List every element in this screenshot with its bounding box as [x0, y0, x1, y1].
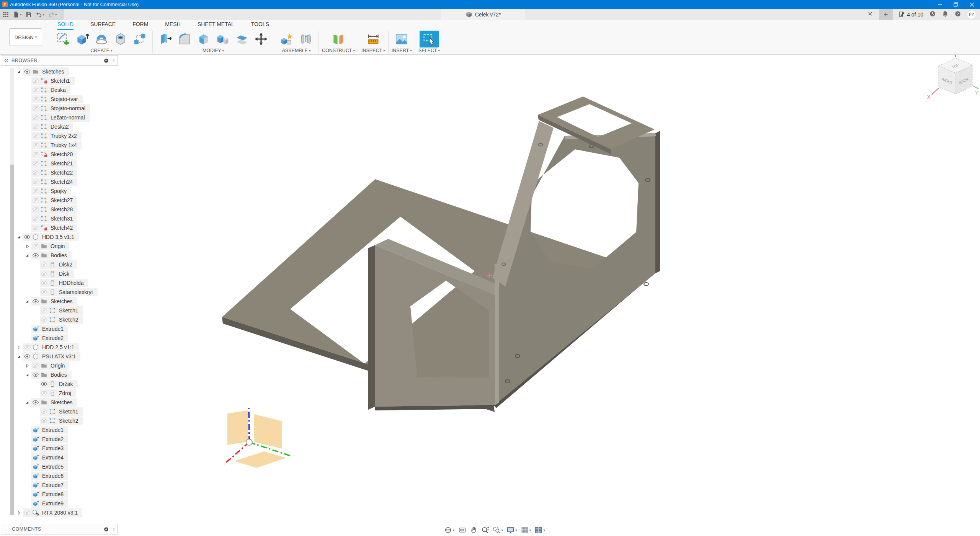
browser-row-sketch1[interactable]: Sketch1: [1, 306, 118, 315]
expand-closed-icon[interactable]: [15, 343, 23, 351]
origin-plane-xz[interactable]: [254, 414, 282, 449]
visibility-eye-icon[interactable]: [31, 178, 40, 186]
browser-row-label[interactable]: Zdroj: [57, 390, 71, 396]
browser-scrollbar-thumb[interactable]: [10, 165, 14, 515]
ribbon-group-label[interactable]: INSPECT▾: [361, 48, 385, 53]
viewport-canvas[interactable]: TOP RIGHT BACK Z X Y: [0, 0, 980, 536]
browser-row-extrude4[interactable]: Extrude4: [1, 453, 118, 462]
visibility-eye-icon[interactable]: [40, 417, 48, 425]
browser-row-deska2[interactable]: Deska2: [1, 122, 118, 131]
tool-pattern-button[interactable]: [130, 31, 149, 47]
browser-row-sketches[interactable]: Sketches: [1, 398, 118, 407]
new-document-button[interactable]: [879, 9, 893, 20]
document-tab[interactable]: Celek v72*: [441, 9, 525, 20]
origin-triad[interactable]: [224, 407, 290, 468]
close-document-button[interactable]: [867, 11, 873, 18]
browser-row-sketches[interactable]: Sketches: [1, 67, 118, 76]
browser-row-extrude1[interactable]: Extrude1: [1, 425, 118, 435]
browser-row-label[interactable]: Sketch2: [57, 418, 78, 424]
browser-row-extrude2[interactable]: Extrude2: [1, 333, 118, 343]
browser-row-label[interactable]: Sketch21: [48, 160, 73, 167]
nav-orbit-button[interactable]: ▾: [444, 526, 455, 534]
browser-row-extrude7[interactable]: Extrude7: [1, 480, 118, 490]
visibility-eye-icon[interactable]: [31, 205, 40, 214]
visibility-eye-icon[interactable]: [31, 86, 40, 94]
visibility-eye-icon[interactable]: [40, 407, 48, 416]
browser-row-disk[interactable]: Disk: [1, 269, 118, 278]
nav-zoom-button[interactable]: [481, 526, 489, 534]
visibility-eye-icon[interactable]: [40, 288, 48, 296]
browser-row-label[interactable]: Extrude1: [40, 427, 64, 433]
save-button[interactable]: [25, 11, 32, 18]
browser-row-psu-atx-v3-1[interactable]: PSU ATX v3:1: [1, 352, 118, 361]
ribbon-group-label[interactable]: CREATE▾: [90, 48, 112, 53]
browser-row-origin[interactable]: Origin: [1, 361, 118, 370]
browser-row-label[interactable]: Trubky 2x2: [48, 133, 77, 139]
nav-viewports-button[interactable]: ▾: [534, 526, 545, 534]
expand-open-icon[interactable]: [15, 352, 23, 361]
browser-row-rtx-2080-v3-1[interactable]: RTX 2080 v3:1: [1, 508, 118, 517]
model-rear-panel[interactable]: [495, 133, 655, 405]
browser-row-le-ato-normal[interactable]: Ležato-normal: [1, 113, 118, 122]
tool-revolve-button[interactable]: [92, 31, 111, 47]
browser-row-label[interactable]: Sketches: [40, 69, 64, 75]
help-button[interactable]: ?: [954, 10, 961, 19]
ribbon-tab-surface[interactable]: SURFACE: [90, 21, 116, 30]
tool-hole-button[interactable]: [111, 31, 130, 47]
browser-row-label[interactable]: Bodies: [48, 372, 67, 378]
browser-row-origin[interactable]: Origin: [1, 242, 118, 251]
browser-row-hdd-2-5-v1-1[interactable]: HDD 2,5 v1:1: [1, 343, 118, 352]
browser-row-label[interactable]: RTX 2080 v3:1: [40, 510, 78, 516]
visibility-eye-icon[interactable]: [31, 196, 40, 204]
expand-open-icon[interactable]: [15, 233, 23, 241]
tool-measure-button[interactable]: [364, 31, 383, 47]
expand-open-icon[interactable]: [23, 297, 31, 306]
visibility-eye-icon[interactable]: [40, 270, 48, 278]
clock-button[interactable]: [929, 10, 936, 19]
expand-closed-icon[interactable]: [15, 508, 23, 517]
browser-row-label[interactable]: Sketch1: [57, 409, 78, 415]
browser-row-spojky[interactable]: Spojky: [1, 186, 118, 196]
workspace-selector[interactable]: DESIGN ▾: [9, 28, 42, 46]
minimize-button[interactable]: [932, 0, 948, 9]
origin-axis-z[interactable]: [249, 407, 249, 442]
tool-joint-button[interactable]: [296, 31, 315, 47]
visibility-eye-icon[interactable]: [40, 279, 48, 287]
browser-row-label[interactable]: Origin: [48, 243, 65, 249]
browser-row-label[interactable]: Sketch27: [48, 197, 73, 203]
ribbon-tab-mesh[interactable]: MESH: [165, 21, 180, 30]
visibility-eye-icon[interactable]: [31, 95, 40, 103]
visibility-eye-icon[interactable]: [31, 242, 40, 250]
browser-row-label[interactable]: Extrude3: [40, 445, 64, 451]
visibility-eye-icon[interactable]: [31, 297, 40, 306]
browser-row-sketch27[interactable]: Sketch27: [1, 196, 118, 205]
browser-row-label[interactable]: Extrude5: [40, 464, 64, 470]
visibility-eye-icon[interactable]: [40, 389, 48, 397]
tool-press-pull-button[interactable]: [156, 31, 175, 47]
browser-row-label[interactable]: Stojato-tvar: [48, 96, 78, 102]
browser-row-sketch1[interactable]: Sketch1: [1, 76, 118, 85]
tool-create-sketch-button[interactable]: [54, 31, 73, 47]
browser-row-sketch21[interactable]: Sketch21: [1, 159, 118, 168]
visibility-eye-icon[interactable]: [40, 260, 48, 269]
browser-row-sketch2[interactable]: Sketch2: [1, 416, 118, 425]
file-new-button[interactable]: ▾: [13, 11, 22, 18]
browser-header[interactable]: BROWSER: [1, 55, 118, 66]
browser-row-sketch42[interactable]: Sketch42: [1, 223, 118, 232]
browser-row-extrude8[interactable]: Extrude8: [1, 490, 118, 499]
visibility-eye-icon[interactable]: [31, 187, 40, 195]
origin-point[interactable]: [246, 439, 252, 445]
browser-row-label[interactable]: Sketch20: [48, 151, 73, 157]
visibility-eye-icon[interactable]: [31, 123, 40, 131]
browser-row-sketches[interactable]: Sketches: [1, 297, 118, 306]
nav-fit-button[interactable]: ▾: [493, 526, 503, 534]
browser-row-label[interactable]: Deska: [48, 87, 66, 93]
browser-row-sketch22[interactable]: Sketch22: [1, 168, 118, 177]
browser-row-zdroj[interactable]: Zdroj: [1, 389, 118, 398]
visibility-eye-icon[interactable]: [31, 214, 40, 223]
nav-pan-button[interactable]: [470, 526, 478, 534]
visibility-eye-icon[interactable]: [31, 132, 40, 140]
browser-row-sketch1[interactable]: Sketch1: [1, 407, 118, 416]
visibility-eye-icon[interactable]: [23, 67, 31, 76]
comments-header[interactable]: COMMENTS: [1, 524, 118, 534]
